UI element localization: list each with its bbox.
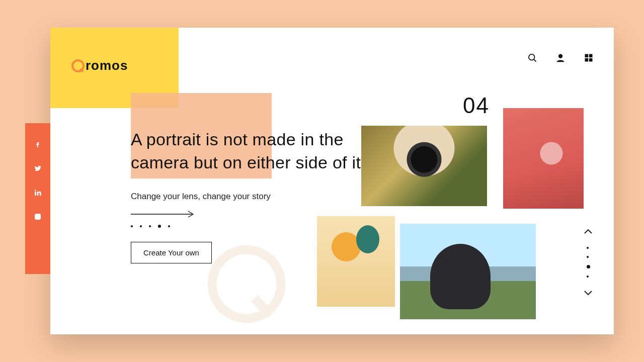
svg-rect-6 bbox=[589, 54, 593, 58]
page-card: romos A portrait is not made in the came… bbox=[50, 28, 614, 334]
logo-q-icon bbox=[71, 59, 85, 72]
svg-point-13 bbox=[39, 215, 40, 215]
hero-headline: A portrait is not made in the camera but… bbox=[131, 128, 367, 174]
vertical-pager bbox=[584, 229, 593, 296]
svg-rect-5 bbox=[585, 54, 589, 58]
svg-rect-7 bbox=[585, 58, 589, 62]
search-icon[interactable] bbox=[527, 53, 537, 63]
twitter-icon[interactable] bbox=[34, 164, 42, 172]
gallery-image-2[interactable] bbox=[503, 108, 584, 209]
svg-point-4 bbox=[558, 54, 562, 58]
svg-line-3 bbox=[534, 59, 536, 61]
arrow-right-icon bbox=[131, 211, 196, 218]
top-nav bbox=[527, 53, 594, 63]
gallery-image-1[interactable] bbox=[361, 126, 487, 206]
gallery-image-3[interactable] bbox=[317, 216, 395, 307]
svg-point-10 bbox=[35, 190, 36, 191]
svg-point-2 bbox=[529, 54, 535, 60]
grid-icon[interactable] bbox=[584, 53, 594, 63]
social-rail bbox=[25, 123, 50, 274]
svg-rect-9 bbox=[35, 192, 36, 196]
brand-logo[interactable]: romos bbox=[71, 58, 128, 73]
chevron-up-icon[interactable] bbox=[584, 229, 593, 235]
slide-counter: 04 bbox=[463, 93, 490, 118]
brand-name: romos bbox=[86, 58, 128, 73]
profile-icon[interactable] bbox=[555, 53, 566, 63]
gallery-image-4[interactable] bbox=[400, 224, 536, 319]
hero-subtitle: Change your lens, change your story bbox=[131, 192, 367, 202]
chevron-down-icon[interactable] bbox=[584, 290, 593, 296]
svg-point-12 bbox=[37, 216, 39, 218]
linkedin-icon[interactable] bbox=[34, 189, 42, 197]
pager-dots[interactable] bbox=[587, 243, 590, 282]
facebook-icon[interactable] bbox=[34, 140, 42, 148]
cta-button[interactable]: Create Your own bbox=[131, 242, 212, 263]
svg-rect-8 bbox=[589, 58, 593, 62]
instagram-icon[interactable] bbox=[34, 213, 42, 221]
